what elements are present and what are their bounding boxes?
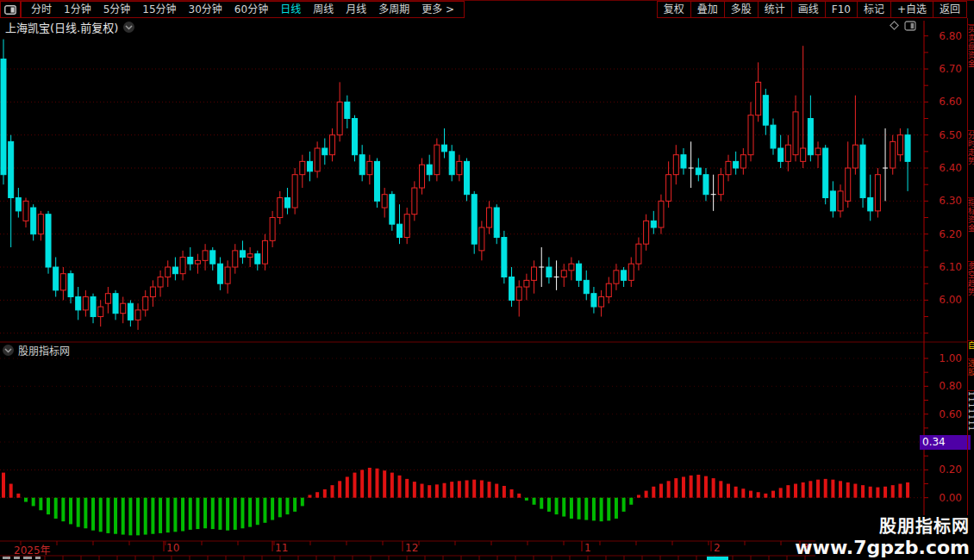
indicator-bar (690, 476, 693, 498)
overlay-button[interactable]: 叠加 (690, 1, 725, 18)
candle-body-up (337, 102, 342, 134)
candle-body-down (240, 251, 245, 258)
back-button[interactable]: 返回 (933, 1, 967, 18)
candle-body-up (38, 215, 43, 234)
f10-button[interactable]: F10 (825, 1, 858, 18)
tab-monthly[interactable]: 月线 (340, 2, 372, 17)
indicator-bar (764, 494, 767, 498)
indicator-bar (61, 498, 65, 521)
candle-body-up (599, 297, 604, 307)
candle-body-down (808, 119, 813, 155)
candle-body-up (382, 195, 387, 208)
chart-corner-icons (889, 20, 916, 31)
indicator-bar (203, 498, 207, 529)
side-strip-tab[interactable]: 自 (968, 340, 974, 358)
side-strip-tab[interactable]: 指标资金 (968, 197, 974, 260)
candle-body-down (591, 294, 596, 307)
candle-body-down (113, 294, 118, 314)
panel-split-icon[interactable] (904, 21, 916, 31)
candle-body-up (487, 208, 492, 227)
chart-title[interactable]: 上海凯宝(日线.前复权) (5, 19, 118, 35)
candle-body-up (158, 277, 163, 287)
candle-body-up (83, 297, 88, 310)
tab-daily[interactable]: 日线 (274, 2, 307, 17)
tab-more[interactable]: 更多 > (415, 2, 460, 17)
indicator-bar (376, 469, 379, 498)
candle-body-down (734, 161, 739, 168)
indicator-bar (435, 484, 439, 497)
indicator-bar (77, 498, 80, 527)
side-strip-tab[interactable]: 选股 (968, 358, 974, 390)
candle-body-down (307, 161, 312, 171)
diamond-icon[interactable] (889, 20, 900, 31)
indicator-bar (263, 498, 266, 523)
candle-body-down (860, 145, 865, 197)
candle-body-down (868, 198, 873, 211)
chevron-down-icon (125, 25, 133, 30)
side-strip-tab[interactable]: 分时走势 (968, 130, 974, 196)
candle-body-down (1, 59, 6, 175)
side-strip-tab[interactable]: 1111111 (968, 390, 974, 516)
draw-line-button[interactable]: 画线 (791, 1, 826, 18)
indicator-bar (166, 498, 170, 532)
indicator-bar (495, 484, 498, 498)
candle-body-down (621, 271, 627, 280)
side-strip-tab[interactable]: 多空趋势 (968, 261, 974, 326)
indicator-bar (181, 498, 184, 532)
candle-body-down (284, 198, 290, 208)
indicator-title: 股朋指标网 (18, 343, 70, 358)
indicator-bar (278, 498, 282, 518)
candle-body-down (502, 238, 507, 277)
tab-intraday[interactable]: 分时 (25, 2, 58, 17)
candle-body-up (793, 112, 798, 155)
indicator-bar (47, 498, 50, 514)
add-watchlist-button[interactable]: +自选 (890, 1, 933, 18)
indicator-bar (667, 481, 671, 497)
candle-body-down (76, 297, 81, 310)
tab-1min[interactable]: 1分钟 (58, 2, 97, 17)
tab-15min[interactable]: 15分钟 (136, 2, 182, 17)
indicator-bar (151, 498, 154, 534)
indicator-bar (443, 483, 446, 498)
tab-30min[interactable]: 30分钟 (183, 2, 228, 17)
mark-button[interactable]: 标记 (857, 1, 891, 18)
indicator-bar (256, 498, 259, 526)
indicator-bar (405, 479, 409, 498)
candle-body-up (262, 240, 267, 264)
candle-body-down (771, 125, 776, 148)
candle-body-up (300, 161, 305, 174)
side-strip-tab[interactable]: 买卖盘资金 (968, 24, 974, 128)
candle-body-up (890, 141, 896, 168)
indicator-bar (84, 498, 87, 529)
indicator-collapse-button[interactable] (3, 345, 14, 356)
indicator-bar (846, 482, 850, 498)
indicator-bar (898, 484, 902, 498)
tab-multi-period[interactable]: 多周期 (372, 2, 415, 17)
kline-and-indicator-canvas[interactable] (0, 0, 974, 560)
candle-body-up (897, 135, 902, 155)
tab-weekly[interactable]: 周线 (307, 2, 340, 17)
indicator-bar (749, 491, 752, 498)
title-dropdown-button[interactable] (123, 22, 134, 33)
candle-body-down (703, 175, 709, 195)
indicator-bar (488, 482, 491, 498)
indicator-bar (629, 498, 633, 505)
candle-body-up (516, 287, 521, 300)
indicator-bar (839, 481, 842, 497)
candle-body-down (830, 191, 835, 211)
window-layout-button[interactable] (0, 1, 21, 18)
indicator-bar (533, 498, 536, 505)
adjust-price-button[interactable]: 复权 (657, 1, 691, 18)
indicator-bar (510, 489, 514, 498)
indicator-bar (637, 495, 640, 497)
tab-5min[interactable]: 5分钟 (97, 2, 137, 17)
statistics-button[interactable]: 统计 (758, 1, 792, 18)
candle-body-down (509, 277, 515, 301)
tab-60min[interactable]: 60分钟 (228, 2, 274, 17)
indicator-bar (390, 473, 394, 498)
candle-body-up (614, 271, 619, 283)
multi-stock-button[interactable]: 多股 (724, 1, 759, 18)
candle-body-up (801, 148, 806, 161)
candle-body-up (292, 175, 297, 208)
indicator-bar (122, 498, 125, 535)
